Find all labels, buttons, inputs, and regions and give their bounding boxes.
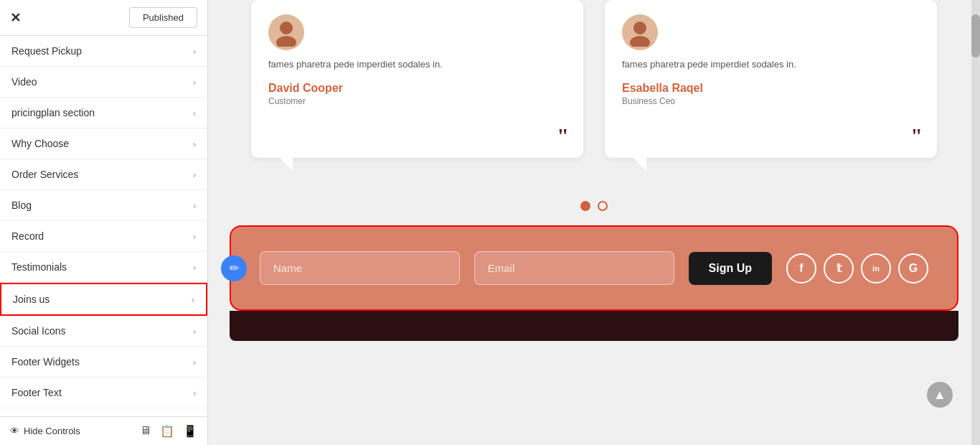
published-button[interactable]: Published [129,7,197,28]
sidebar-item-label: Order Services [11,169,78,180]
sidebar-item-request-pickup[interactable]: Request Pickup› [0,36,207,67]
testimonials-area: fames pharetra pede imperdiet sodales in… [208,0,980,194]
chevron-icon: › [193,169,196,180]
chevron-icon: › [193,77,196,88]
dot-2[interactable] [598,201,608,211]
linkedin-icon[interactable]: in [861,253,891,284]
chevron-icon: › [193,357,196,367]
testimonial-name: David Cooper [268,82,566,95]
scroll-up-button[interactable]: ▲ [927,382,953,408]
close-button[interactable]: ✕ [10,10,21,26]
main-content: fames pharetra pede imperdiet sodales in… [208,0,980,445]
avatar [622,14,658,50]
quote-mark-icon: " [557,125,569,146]
twitter-icon[interactable]: 𝕥 [824,253,854,284]
scroll-thumb [971,14,980,57]
email-input[interactable] [474,251,674,285]
signup-button[interactable]: Sign Up [689,252,772,285]
avatar [268,14,304,50]
testimonial-role: Business Ceo [622,96,920,106]
sidebar-item-joins-us[interactable]: Joins us› [0,283,207,316]
sidebar-item-blog[interactable]: Blog› [0,190,207,221]
quote-mark-icon: " [910,125,923,146]
chevron-icon: › [193,262,196,273]
dark-footer-strip [230,311,958,341]
svg-point-2 [633,22,646,34]
sidebar-item-label: Footer Widgets [11,356,80,367]
sidebar-item-pricingplan-section[interactable]: pricingplan section› [0,98,207,128]
mobile-icon[interactable]: 📱 [183,424,197,438]
chevron-icon: › [193,200,196,211]
sidebar-header: ✕ Published [0,0,207,36]
desktop-icon[interactable]: 🖥 [140,424,151,438]
testimonial-text: fames pharetra pede imperdiet sodales in… [622,57,920,72]
sidebar-item-social-icons[interactable]: Social Icons› [0,316,207,347]
testimonial-card: fames pharetra pede imperdiet sodales in… [251,0,583,158]
testimonial-name: Esabella Raqel [622,82,920,95]
sidebar-footer: 👁 Hide Controls 🖥 📋 📱 [0,416,207,445]
social-icons-row: f 𝕥 in G [786,253,928,284]
svg-point-0 [280,22,293,34]
facebook-icon[interactable]: f [786,253,816,284]
eye-icon: 👁 [10,426,19,436]
sidebar-item-contact[interactable]: Contact› [0,408,207,416]
testimonial-card: fames pharetra pede imperdiet sodales in… [605,0,937,158]
edit-icon[interactable]: ✏ [221,256,247,281]
svg-point-3 [630,36,650,47]
sidebar-item-video[interactable]: Video› [0,67,207,98]
sidebar-list: Request Pickup›Video›pricingplan section… [0,36,207,416]
footer-icons: 🖥 📋 📱 [140,424,197,438]
google-icon[interactable]: G [898,253,928,284]
sidebar-item-label: Testimonials [11,261,67,273]
pagination-dots [208,194,980,225]
sidebar-item-testimonials[interactable]: Testimonials› [0,252,207,283]
sidebar-item-label: Why Choose [11,138,69,149]
chevron-icon: › [193,231,196,242]
sidebar-item-order-services[interactable]: Order Services› [0,159,207,190]
sidebar-item-record[interactable]: Record› [0,221,207,252]
sidebar-item-label: Record [11,230,44,242]
name-input[interactable] [260,251,460,285]
sidebar-item-label: pricingplan section [11,107,95,118]
sidebar-item-label: Video [11,76,37,88]
sidebar-item-label: Social Icons [11,325,65,337]
chevron-icon: › [193,326,196,337]
sidebar-item-footer-text[interactable]: Footer Text› [0,378,207,408]
hide-controls-button[interactable]: 👁 Hide Controls [10,426,80,436]
sidebar-item-label: Request Pickup [11,45,82,57]
sidebar-item-label: Footer Text [11,387,62,398]
testimonial-text: fames pharetra pede imperdiet sodales in… [268,57,566,72]
chevron-icon: › [193,108,196,118]
chevron-icon: › [192,294,194,305]
dot-1[interactable] [580,201,590,211]
tablet-icon[interactable]: 📋 [160,424,174,438]
chevron-icon: › [193,388,196,398]
sidebar: ✕ Published Request Pickup›Video›pricing… [0,0,208,445]
hide-controls-label: Hide Controls [24,426,80,436]
sidebar-item-label: Blog [11,200,32,211]
sidebar-item-footer-widgets[interactable]: Footer Widgets› [0,347,207,378]
joins-section: ✏ Sign Up f 𝕥 in G [230,225,958,311]
svg-point-1 [276,36,296,47]
testimonial-role: Customer [268,96,566,106]
scrollbar[interactable] [971,0,980,445]
sidebar-item-why-choose[interactable]: Why Choose› [0,128,207,159]
sidebar-item-label: Joins us [13,294,50,305]
chevron-icon: › [193,139,196,149]
chevron-icon: › [193,46,196,57]
